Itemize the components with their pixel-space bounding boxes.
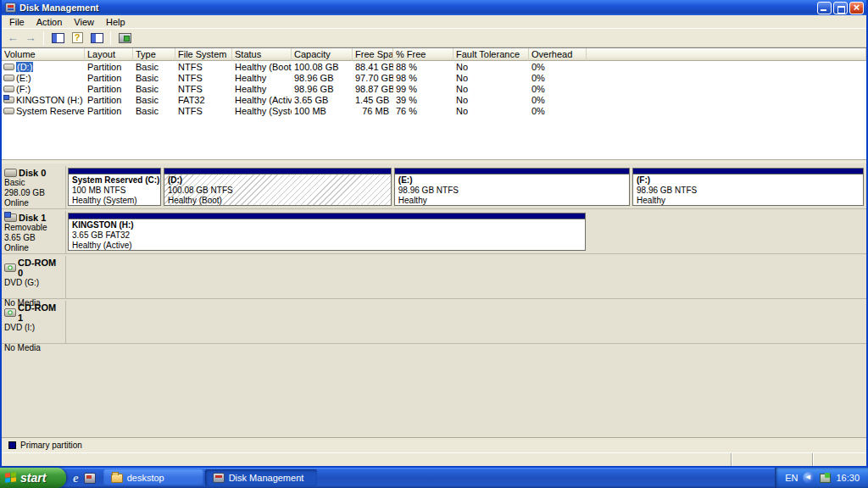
toolbar: ← →	[2, 28, 866, 47]
primary-partition-color-swatch	[8, 441, 16, 449]
table-row-e[interactable]: (E:) Partition Basic NTFS Healthy 98.96 …	[2, 72, 866, 83]
graphical-view-pane: Disk 0 Basic 298.09 GB Online System Res…	[2, 164, 866, 437]
removable-volume-icon	[3, 97, 14, 103]
removable-disk-icon	[4, 214, 17, 222]
show-console-tree-button[interactable]	[49, 30, 66, 46]
volume-list-header: Volume Layout Type File System Status Ca…	[2, 48, 866, 61]
minimize-button[interactable]	[817, 2, 832, 14]
title-bar[interactable]: Disk Management	[2, 0, 866, 15]
overhead-cell: 0%	[529, 62, 587, 72]
start-button[interactable]: start	[0, 468, 66, 488]
primary-partition-bar	[164, 169, 391, 175]
taskbar-button-deskstop[interactable]: deskstop	[103, 469, 203, 486]
partition-size: 3.65 GB FAT32	[72, 230, 581, 241]
table-row-system-reserved[interactable]: System Reserved (C:) Partition Basic NTF…	[2, 105, 866, 116]
disk0-label[interactable]: Disk 0 Basic 298.09 GB Online	[2, 166, 66, 208]
restore-button[interactable]	[833, 2, 848, 14]
capacity-cell: 100 MB	[292, 106, 353, 116]
partition-kingston[interactable]: KINGSTON (H:) 3.65 GB FAT32 Healthy (Act…	[68, 213, 586, 251]
table-row-d[interactable]: (D:) Partition Basic NTFS Healthy (Boot)…	[2, 61, 866, 72]
cdrom0-row: CD-ROM 0 DVD (G:) No Media	[2, 256, 866, 299]
primary-partition-bar	[395, 169, 629, 175]
cdrom-media-status: No Media	[4, 343, 64, 353]
column-header-layout[interactable]: Layout	[85, 48, 133, 61]
partition-system-reserved[interactable]: System Reserved (C:) 100 MB NTFS Healthy…	[68, 168, 161, 206]
type-cell: Basic	[133, 62, 175, 72]
pct-free-cell: 99 %	[393, 84, 453, 94]
taskbar-button-disk-management[interactable]: Disk Management	[205, 469, 317, 486]
language-indicator[interactable]: EN	[785, 473, 798, 483]
menu-help[interactable]: Help	[100, 17, 131, 27]
volume-icon	[3, 75, 14, 81]
partition-size: 98.96 GB NTFS	[398, 186, 626, 196]
type-cell: Basic	[133, 106, 175, 116]
overhead-cell: 0%	[529, 84, 587, 94]
partition-e[interactable]: (E:) 98.96 GB NTFS Healthy	[394, 168, 630, 206]
hard-disk-icon	[4, 169, 17, 177]
cdrom0-empty-area	[66, 256, 866, 298]
windows-logo-icon	[5, 472, 17, 484]
disk0-row: Disk 0 Basic 298.09 GB Online System Res…	[2, 166, 866, 209]
partition-d-selected[interactable]: (D:) 100.08 GB NTFS Healthy (Boot)	[164, 168, 392, 206]
menu-action[interactable]: Action	[31, 17, 69, 27]
cdrom-drive-letter: DVD (G:)	[4, 278, 64, 288]
column-header-fault-tolerance[interactable]: Fault Tolerance	[453, 48, 529, 61]
status-cell: Healthy	[232, 73, 292, 83]
partition-name: (D:)	[168, 175, 387, 186]
cdrom0-label[interactable]: CD-ROM 0 DVD (G:) No Media	[2, 256, 66, 298]
overhead-cell: 0%	[529, 95, 587, 105]
legend-primary-partition-label: Primary partition	[20, 441, 82, 450]
status-cell: Healthy (System)	[232, 106, 292, 116]
safely-remove-hardware-icon[interactable]	[820, 474, 831, 483]
column-header-volume[interactable]: Volume	[2, 48, 85, 61]
column-header-type[interactable]: Type	[133, 48, 175, 61]
back-icon[interactable]: ←	[5, 31, 20, 44]
free-space-cell: 88.41 GB	[353, 62, 393, 72]
show-hide-pane-button[interactable]	[88, 30, 105, 46]
clock[interactable]: 16:30	[836, 473, 860, 483]
layout-cell: Partition	[85, 62, 133, 72]
column-header-free-space[interactable]: Free Space	[353, 48, 393, 61]
forward-icon[interactable]: →	[23, 31, 38, 44]
folder-icon	[111, 474, 123, 483]
disk-size: 3.65 GB	[4, 233, 64, 243]
pct-free-cell: 98 %	[393, 73, 453, 83]
computer-management-button[interactable]	[116, 30, 133, 46]
disk-name: Disk 0	[19, 168, 46, 178]
pct-free-cell: 88 %	[393, 62, 453, 72]
disk1-label[interactable]: Disk 1 Removable 3.65 GB Online	[2, 211, 66, 253]
volume-name: (F:)	[16, 84, 31, 94]
disk-management-app-icon[interactable]	[5, 3, 16, 13]
help-button[interactable]	[69, 30, 86, 46]
disk-type: Basic	[4, 178, 64, 188]
disk-status: Online	[4, 198, 64, 208]
menu-file[interactable]: File	[3, 17, 31, 27]
layout-cell: Partition	[85, 73, 133, 83]
column-header-pct-free[interactable]: % Free	[393, 48, 453, 61]
layout-cell: Partition	[85, 106, 133, 116]
cdrom1-empty-area	[66, 301, 866, 343]
partition-status: Healthy	[637, 196, 860, 205]
quick-launch-app-icon[interactable]	[84, 473, 96, 484]
status-bar-pane-3	[812, 453, 866, 466]
free-space-cell: 98.87 GB	[353, 84, 393, 94]
table-row-f[interactable]: (F:) Partition Basic NTFS Healthy 98.96 …	[2, 83, 866, 94]
cdrom1-label[interactable]: CD-ROM 1 DVD (I:) No Media	[2, 301, 66, 343]
close-button[interactable]	[849, 2, 864, 14]
internet-explorer-icon[interactable]: e	[73, 471, 79, 485]
partition-f[interactable]: (F:) 98.96 GB NTFS Healthy	[632, 168, 864, 206]
tray-arrow-icon[interactable]	[803, 472, 815, 484]
menu-view[interactable]: View	[68, 17, 100, 27]
overhead-cell: 0%	[529, 106, 587, 116]
volume-icon	[3, 86, 14, 92]
column-header-capacity[interactable]: Capacity	[292, 48, 353, 61]
column-header-file-system[interactable]: File System	[175, 48, 232, 61]
column-header-status[interactable]: Status	[232, 48, 292, 61]
fault-tolerance-cell: No	[453, 73, 529, 83]
disk-management-task-icon	[213, 473, 225, 483]
partition-size: 100.08 GB NTFS	[168, 186, 387, 196]
layout-cell: Partition	[85, 95, 133, 105]
column-header-overhead[interactable]: Overhead	[529, 48, 587, 61]
table-row-kingston[interactable]: KINGSTON (H:) Partition Basic FAT32 Heal…	[2, 94, 866, 105]
fault-tolerance-cell: No	[453, 95, 529, 105]
